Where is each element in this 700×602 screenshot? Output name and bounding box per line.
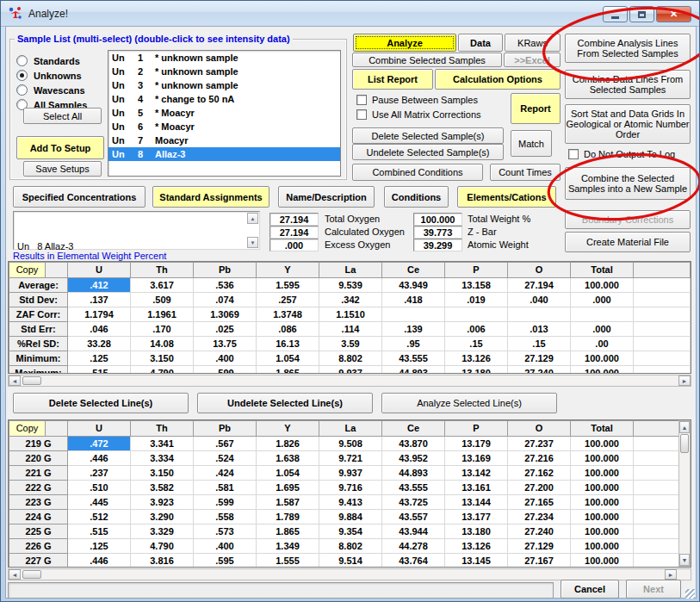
title-bar[interactable]: Analyze! ✕ xyxy=(1,1,700,27)
grid-cell[interactable]: 9.354 xyxy=(319,524,382,539)
grid-cell[interactable]: .599 xyxy=(194,495,257,510)
analyze-button[interactable]: Analyze xyxy=(353,34,456,52)
grid-cell[interactable]: .137 xyxy=(68,293,131,307)
list-report-button[interactable]: List Report xyxy=(352,69,433,90)
grid-cell[interactable] xyxy=(382,307,445,322)
next-button[interactable]: Next xyxy=(626,580,681,599)
list-item[interactable]: Un7Moacyr xyxy=(108,133,340,147)
grid-cell[interactable]: .00 xyxy=(571,337,634,351)
grid-cell[interactable]: 43.870 xyxy=(382,437,445,451)
grid-cell[interactable]: 1.595 xyxy=(257,278,319,293)
grid-cell[interactable]: .006 xyxy=(445,322,508,337)
grid-cell[interactable]: .510 xyxy=(68,481,131,495)
grid-cell[interactable]: 1.587 xyxy=(257,495,319,510)
grid-cell[interactable]: .412 xyxy=(68,278,131,293)
grid-cell[interactable]: 4.790 xyxy=(131,539,194,554)
grid-cell[interactable]: .000 xyxy=(571,293,634,307)
grid-cell[interactable]: .573 xyxy=(194,524,257,539)
grid-cell[interactable]: 3.150 xyxy=(131,466,194,481)
grid-cell[interactable]: 43.555 xyxy=(382,351,445,366)
grid-row-label[interactable]: 225 G xyxy=(9,524,68,539)
grid-cell[interactable]: 100.000 xyxy=(571,366,634,375)
grid-cell[interactable]: 43.764 xyxy=(382,554,445,568)
grid-cell[interactable]: .257 xyxy=(257,293,319,307)
grid-cell[interactable]: .125 xyxy=(68,539,131,554)
grid-cell[interactable]: 13.144 xyxy=(445,495,508,510)
scroll-left-icon[interactable]: ◄ xyxy=(9,569,21,580)
grid-cell[interactable]: 27.200 xyxy=(508,481,571,495)
grid-cell[interactable]: .558 xyxy=(194,510,257,524)
pause-between-samples-checkbox[interactable]: Pause Between Samples xyxy=(356,95,478,105)
tab-standard-assignments[interactable]: Standard Assignments xyxy=(152,186,269,208)
grid-cell[interactable]: 3.59 xyxy=(319,337,382,351)
grid-cell[interactable]: 3.341 xyxy=(131,437,194,451)
grid-cell[interactable]: .15 xyxy=(445,337,508,351)
grid-cell[interactable]: 43.555 xyxy=(382,481,445,495)
grid-cell[interactable] xyxy=(571,307,634,322)
tab-conditions[interactable]: Conditions xyxy=(384,186,449,208)
grid-cell[interactable]: .025 xyxy=(194,322,257,337)
grid-row-label[interactable]: %Rel SD: xyxy=(9,337,68,351)
grid-cell[interactable]: .139 xyxy=(382,322,445,337)
grid-cell[interactable]: 13.126 xyxy=(445,539,508,554)
grid-cell[interactable]: .046 xyxy=(68,322,131,337)
grid-cell[interactable]: .418 xyxy=(382,293,445,307)
grid-row-label[interactable]: 220 G xyxy=(9,451,68,466)
grid-cell[interactable]: 1.349 xyxy=(257,539,319,554)
grid-cell[interactable]: 100.000 xyxy=(571,495,634,510)
grid-cell[interactable]: .595 xyxy=(194,554,257,568)
grid-cell[interactable]: 43.949 xyxy=(382,278,445,293)
combine-analysis-lines-button[interactable]: Combine Analysis Lines From Selected Sam… xyxy=(565,34,691,63)
grid-cell[interactable]: .599 xyxy=(194,366,257,375)
grid-cell[interactable]: 1.1961 xyxy=(131,307,194,322)
select-all-button[interactable]: Select All xyxy=(23,108,102,124)
grid-cell[interactable]: 44.893 xyxy=(382,366,445,375)
grid-row-label[interactable]: Minimum: xyxy=(9,351,68,366)
match-button[interactable]: Match xyxy=(511,130,552,157)
grid-cell[interactable]: 1.054 xyxy=(257,351,319,366)
grid-cell[interactable]: .512 xyxy=(68,510,131,524)
list-item[interactable]: Un4* change to 50 nA xyxy=(108,92,340,106)
analyze-selected-lines-button[interactable]: Analyze Selected Line(s) xyxy=(381,393,557,413)
grid-cell[interactable]: 13.180 xyxy=(445,524,508,539)
combine-into-new-sample-button[interactable]: Combine the Selected Samples into a New … xyxy=(565,167,691,200)
grid-cell[interactable]: 3.923 xyxy=(131,495,194,510)
grid-cell[interactable]: 13.180 xyxy=(445,366,508,375)
scroll-down-icon[interactable]: ▼ xyxy=(247,237,258,248)
cancel-button[interactable]: Cancel xyxy=(561,580,619,599)
grid-cell[interactable]: 43.944 xyxy=(382,524,445,539)
grid-cell[interactable]: 13.126 xyxy=(445,351,508,366)
kraws-button[interactable]: KRaws xyxy=(505,34,561,52)
grid-cell[interactable]: .15 xyxy=(508,337,571,351)
grid-row-label[interactable]: 227 G xyxy=(9,554,68,568)
grid-cell[interactable]: .170 xyxy=(131,322,194,337)
grid-cell[interactable]: 100.000 xyxy=(571,524,634,539)
maximize-button[interactable] xyxy=(629,6,654,22)
grid-cell[interactable]: 27.234 xyxy=(508,510,571,524)
grid-cell[interactable]: 33.28 xyxy=(68,337,131,351)
grid-cell[interactable]: 100.000 xyxy=(571,481,634,495)
list-item[interactable]: Un8Allaz-3 xyxy=(108,147,340,161)
grid-cell[interactable]: 3.334 xyxy=(131,451,194,466)
close-button[interactable]: ✕ xyxy=(656,6,691,22)
list-item[interactable]: Un2* unknown sample xyxy=(108,65,340,78)
grid-cell[interactable]: .013 xyxy=(508,322,571,337)
grid-cell[interactable]: 1.054 xyxy=(257,466,319,481)
grid-cell[interactable]: .000 xyxy=(571,322,634,337)
grid-cell[interactable]: 27.165 xyxy=(508,495,571,510)
grid-cell[interactable]: 100.000 xyxy=(571,451,634,466)
grid-cell[interactable]: 27.237 xyxy=(508,437,571,451)
grid-cell[interactable]: .446 xyxy=(68,451,131,466)
grid-cell[interactable]: 43.952 xyxy=(382,451,445,466)
grid-cell[interactable]: 9.539 xyxy=(319,278,382,293)
count-times-button[interactable]: Count Times xyxy=(490,164,561,181)
grid-cell[interactable]: 4.790 xyxy=(131,366,194,375)
grid-cell[interactable]: .400 xyxy=(194,351,257,366)
grid-cell[interactable]: 3.582 xyxy=(131,481,194,495)
grid-cell[interactable]: 43.725 xyxy=(382,495,445,510)
grid-row-label[interactable]: 226 G xyxy=(9,539,68,554)
grid-cell[interactable]: 100.000 xyxy=(571,510,634,524)
data-button[interactable]: Data xyxy=(458,34,503,52)
undelete-selected-samples-button[interactable]: Undelete Selected Sample(s) xyxy=(352,144,504,160)
grid-cell[interactable]: 1.826 xyxy=(257,437,319,451)
